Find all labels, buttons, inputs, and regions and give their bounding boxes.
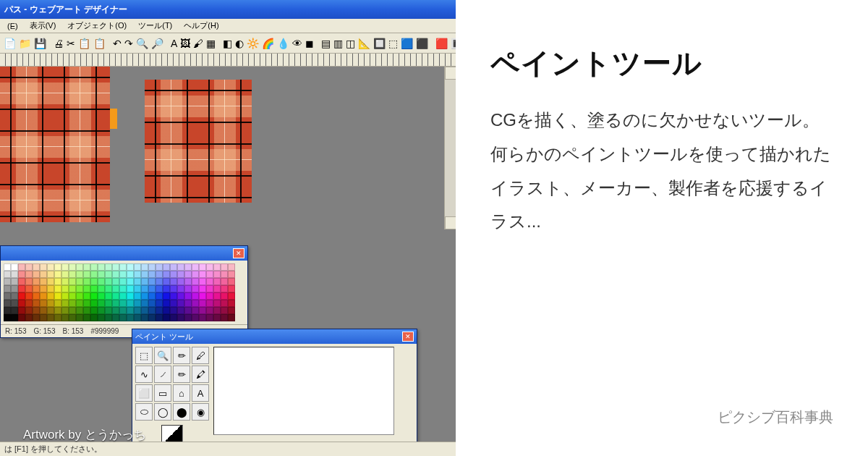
color-swatch[interactable]	[76, 292, 83, 300]
color-swatch[interactable]	[98, 307, 105, 314]
color-swatch[interactable]	[25, 271, 33, 278]
color-swatch[interactable]	[112, 285, 119, 292]
color-swatch[interactable]	[163, 300, 170, 307]
color-swatch[interactable]	[141, 300, 148, 307]
color-swatch[interactable]	[47, 314, 54, 321]
toolbar-icon[interactable]: 🖼	[179, 35, 191, 51]
close-icon[interactable]: ✕	[402, 332, 414, 342]
color-swatch[interactable]	[170, 307, 177, 314]
color-swatch[interactable]	[141, 271, 148, 278]
color-swatch[interactable]	[90, 278, 98, 285]
tool-button[interactable]: ⬚	[135, 347, 153, 364]
color-swatch[interactable]	[148, 314, 156, 321]
color-swatch[interactable]	[163, 314, 170, 321]
color-swatch[interactable]	[11, 307, 18, 314]
toolbar-icon[interactable]: 💾	[33, 35, 47, 51]
color-swatch[interactable]	[83, 263, 90, 271]
color-swatch[interactable]	[25, 263, 33, 271]
color-swatch[interactable]	[221, 307, 228, 314]
color-swatch[interactable]	[184, 307, 192, 314]
color-swatch[interactable]	[61, 263, 69, 271]
color-swatch[interactable]	[184, 263, 192, 271]
color-swatch[interactable]	[25, 300, 33, 307]
color-swatch[interactable]	[192, 263, 199, 271]
color-swatch[interactable]	[156, 285, 163, 292]
color-swatch[interactable]	[98, 278, 105, 285]
color-swatch[interactable]	[90, 300, 98, 307]
color-swatch[interactable]	[221, 271, 228, 278]
color-swatch[interactable]	[127, 307, 134, 314]
color-swatch[interactable]	[148, 292, 156, 300]
color-swatch[interactable]	[206, 271, 213, 278]
color-swatch[interactable]	[90, 307, 98, 314]
color-swatch[interactable]	[156, 314, 163, 321]
color-swatch[interactable]	[119, 314, 127, 321]
color-swatch[interactable]	[40, 307, 47, 314]
color-swatch[interactable]	[4, 285, 11, 292]
color-swatch[interactable]	[206, 307, 213, 314]
tool-button[interactable]: ✏	[173, 366, 190, 383]
color-swatch[interactable]	[18, 271, 25, 278]
color-swatch[interactable]	[156, 271, 163, 278]
menu-item[interactable]: ヘルプ(H)	[179, 19, 223, 33]
color-swatch[interactable]	[213, 285, 221, 292]
color-swatch[interactable]	[25, 278, 33, 285]
color-swatch[interactable]	[192, 271, 199, 278]
color-swatch[interactable]	[170, 263, 177, 271]
color-swatch[interactable]	[141, 314, 148, 321]
color-swatch[interactable]	[33, 285, 40, 292]
color-swatch[interactable]	[69, 263, 76, 271]
color-swatch[interactable]	[112, 263, 119, 271]
color-swatch[interactable]	[177, 292, 184, 300]
color-swatch[interactable]	[90, 314, 98, 321]
color-swatch[interactable]	[33, 300, 40, 307]
toolbar-icon[interactable]: ↷	[124, 35, 134, 51]
color-swatch[interactable]	[163, 285, 170, 292]
color-swatch[interactable]	[4, 263, 11, 271]
tool-button[interactable]: ∿	[135, 366, 153, 383]
toolbar-icon[interactable]: 💧	[276, 35, 290, 51]
color-swatch[interactable]	[47, 271, 54, 278]
menu-item[interactable]: オブジェクト(O)	[63, 19, 131, 33]
color-swatch[interactable]	[119, 292, 127, 300]
color-swatch[interactable]	[83, 278, 90, 285]
color-swatch[interactable]	[54, 292, 61, 300]
color-swatch[interactable]	[40, 292, 47, 300]
color-swatch[interactable]	[112, 300, 119, 307]
color-swatch[interactable]	[127, 263, 134, 271]
toolbar-icon[interactable]: 📋	[93, 35, 106, 51]
color-swatch[interactable]	[163, 278, 170, 285]
color-swatch[interactable]	[83, 292, 90, 300]
color-swatch[interactable]	[25, 285, 33, 292]
color-swatch[interactable]	[54, 307, 61, 314]
tool-button[interactable]: ✏	[173, 347, 190, 364]
color-swatch[interactable]	[47, 285, 54, 292]
color-swatch[interactable]	[69, 278, 76, 285]
color-swatch[interactable]	[199, 278, 206, 285]
color-swatch[interactable]	[213, 278, 221, 285]
tool-button[interactable]: ⬜	[135, 384, 153, 402]
color-swatch[interactable]	[213, 300, 221, 307]
color-swatch[interactable]	[228, 285, 235, 292]
color-swatch[interactable]	[213, 314, 221, 321]
color-swatch[interactable]	[61, 307, 69, 314]
color-swatch[interactable]	[105, 292, 112, 300]
color-swatch[interactable]	[105, 285, 112, 292]
color-swatch[interactable]	[69, 292, 76, 300]
color-swatch[interactable]	[25, 307, 33, 314]
color-swatch[interactable]	[148, 263, 156, 271]
toolbar-icon[interactable]: 🟥	[435, 35, 448, 51]
color-swatch[interactable]	[199, 285, 206, 292]
color-swatch[interactable]	[206, 314, 213, 321]
color-swatch[interactable]	[18, 278, 25, 285]
color-swatch[interactable]	[98, 263, 105, 271]
color-swatch[interactable]	[33, 307, 40, 314]
color-swatch[interactable]	[33, 263, 40, 271]
toolbar-icon[interactable]: ⬚	[388, 35, 399, 51]
tool-button[interactable]: 🔍	[154, 347, 171, 364]
color-swatch[interactable]	[148, 307, 156, 314]
tool-button[interactable]: ▭	[154, 384, 171, 402]
color-swatch[interactable]	[134, 263, 141, 271]
color-swatch[interactable]	[4, 307, 11, 314]
color-swatch[interactable]	[213, 292, 221, 300]
